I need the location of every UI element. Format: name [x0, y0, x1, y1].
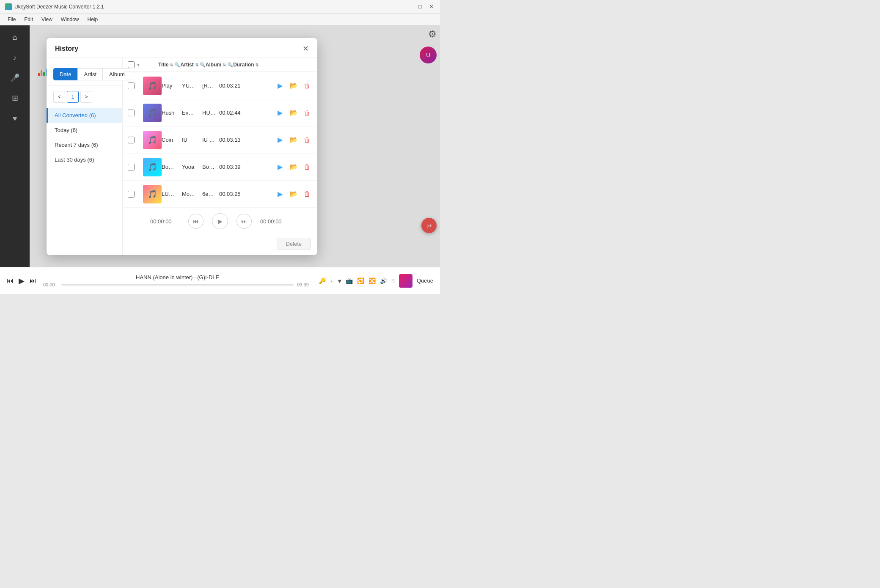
player-play-button[interactable]: ▶: [212, 213, 228, 229]
modal-close-button[interactable]: ✕: [302, 45, 309, 52]
title-search-icon[interactable]: 🔍: [174, 62, 180, 68]
add-to-library-button[interactable]: +: [330, 278, 333, 284]
sidebar-item-favorites[interactable]: ♥: [6, 110, 23, 127]
sidebar: ⌂ ♪ 🎤 ⊞ ♥: [0, 25, 30, 267]
nav-recent-7days[interactable]: Recent 7 days (6): [47, 137, 122, 152]
playback-controls: ⏮ ▶ ⏭: [7, 276, 36, 286]
row-1-folder-button[interactable]: 📂: [289, 81, 299, 91]
modal-title: History: [55, 45, 78, 52]
row-3-delete-button[interactable]: 🗑: [302, 135, 312, 145]
row-4-actions: ▶ 📂 🗑: [270, 162, 312, 172]
shuffle-button[interactable]: 🔀: [368, 278, 376, 284]
row-5-play-button[interactable]: ▶: [275, 189, 285, 199]
skip-next-bottom-button[interactable]: ⏭: [30, 277, 36, 285]
row-4-artist: Yooa: [179, 164, 199, 170]
nav-all-converted[interactable]: All Converted (6): [47, 108, 122, 123]
delete-selected-button[interactable]: Delete: [277, 238, 311, 250]
key-icon-button[interactable]: 🔑: [319, 278, 326, 284]
sidebar-item-grid[interactable]: ⊞: [6, 90, 23, 107]
row-2-checkbox[interactable]: [128, 110, 135, 116]
album-label: Album: [206, 62, 221, 68]
row-2-folder-button[interactable]: 📂: [289, 108, 299, 118]
title-sort-icon[interactable]: ⇅: [170, 63, 173, 67]
queue-button[interactable]: Queue: [417, 278, 433, 284]
row-3-folder-button[interactable]: 📂: [289, 135, 299, 145]
menu-help[interactable]: Help: [83, 16, 102, 23]
row-2-actions: ▶ 📂 🗑: [270, 108, 312, 118]
row-3-actions: ▶ 📂 🗑: [270, 135, 312, 145]
menu-view[interactable]: View: [37, 16, 57, 23]
row-1-checkbox[interactable]: [128, 82, 135, 89]
artist-sort-icon[interactable]: ⇅: [195, 63, 198, 67]
album-search-icon[interactable]: 🔍: [227, 62, 233, 68]
nav-last-30days[interactable]: Last 30 days (6): [47, 152, 122, 167]
sidebar-item-music[interactable]: ♪: [6, 49, 23, 66]
progress-bar[interactable]: [61, 284, 294, 286]
artist-search-icon[interactable]: 🔍: [200, 62, 206, 68]
window-title: UkeySoft Deezer Music Converter 1.2.1: [14, 4, 405, 10]
player-time-start: 00:00:00: [150, 218, 180, 225]
row-3-duration: 00:03:13: [219, 137, 270, 143]
app-background: ⚙ U ♪+: [30, 25, 440, 267]
row-5-actions: ▶ 📂 🗑: [270, 189, 312, 199]
window-controls: — □ ✕: [405, 3, 435, 11]
row-4-delete-button[interactable]: 🗑: [302, 162, 312, 172]
maximize-button[interactable]: □: [416, 3, 424, 11]
queue-label: Queue: [417, 278, 433, 284]
menu-window[interactable]: Window: [57, 16, 83, 23]
row-5-checkbox[interactable]: [128, 191, 135, 198]
menu-edit[interactable]: Edit: [20, 16, 37, 23]
row-1-duration: 00:03:21: [219, 82, 270, 89]
player-skip-next-button[interactable]: ⏭: [236, 214, 252, 229]
queue-avatar: [399, 274, 412, 288]
minimize-button[interactable]: —: [405, 3, 413, 11]
select-all-checkbox[interactable]: [128, 61, 135, 68]
menu-file[interactable]: File: [3, 16, 20, 23]
app-window: UkeySoft Deezer Music Converter 1.2.1 — …: [0, 0, 440, 294]
heart-bottom-button[interactable]: ♥: [338, 278, 341, 284]
filter-tab-artist[interactable]: Artist: [77, 68, 103, 80]
repeat-button[interactable]: 🔁: [357, 278, 364, 284]
row-4-play-button[interactable]: ▶: [275, 162, 285, 172]
row-4-checkbox[interactable]: [128, 164, 135, 170]
page-next-button[interactable]: >: [80, 91, 92, 103]
album-sort-icon[interactable]: ⇅: [223, 63, 226, 67]
row-5-delete-button[interactable]: 🗑: [302, 189, 312, 199]
now-playing-title: HANN (Alone in winter) · (G)I-DLE: [136, 274, 219, 280]
row-4-folder-button[interactable]: 📂: [289, 162, 299, 172]
row-3-album: IU 5th Album 'LI...: [199, 137, 219, 143]
progress-bar-wrap: 00:00 03:39: [43, 282, 312, 287]
table-header: ▼ Title ⇅ 🔍 Artist ⇅: [123, 58, 317, 72]
nav-today[interactable]: Today (6): [47, 123, 122, 137]
play-bottom-button[interactable]: ▶: [19, 276, 25, 286]
filter-tab-date[interactable]: Date: [53, 68, 77, 80]
cast-button[interactable]: 📺: [346, 278, 353, 284]
row-4-title: Bon vo...: [158, 164, 179, 170]
volume-button[interactable]: 🔊: [380, 278, 387, 284]
row-1-play-button[interactable]: ▶: [275, 81, 285, 91]
row-5-album: 6equence: [199, 191, 219, 197]
close-button[interactable]: ✕: [427, 3, 435, 11]
right-controls: 🔑 + ♥ 📺 🔁 🔀 🔊 ≡ Queue: [319, 274, 433, 288]
artist-col-header: Artist ⇅ 🔍: [180, 62, 205, 68]
row-1-actions: ▶ 📂 🗑: [270, 81, 312, 91]
page-current-button[interactable]: 1: [67, 91, 79, 103]
row-1-delete-button[interactable]: 🗑: [302, 81, 312, 91]
row-3-play-button[interactable]: ▶: [275, 135, 285, 145]
row-3-checkbox[interactable]: [128, 137, 135, 143]
table-body: 🎵 Play YUJU [REC.] 00:03:21 ▶ 📂: [123, 72, 317, 208]
sidebar-item-mic[interactable]: 🎤: [6, 69, 23, 86]
page-prev-button[interactable]: <: [53, 91, 65, 103]
row-5-folder-button[interactable]: 📂: [289, 189, 299, 199]
skip-prev-bottom-button[interactable]: ⏮: [7, 277, 14, 285]
row-2-delete-button[interactable]: 🗑: [302, 108, 312, 118]
eq-button[interactable]: ≡: [391, 278, 395, 284]
row-2-play-button[interactable]: ▶: [275, 108, 285, 118]
sidebar-item-home[interactable]: ⌂: [6, 29, 23, 46]
duration-sort-icon[interactable]: ⇅: [255, 63, 258, 67]
row-4-duration: 00:03:39: [219, 164, 270, 170]
main-area: ⌂ ♪ 🎤 ⊞ ♥ ⚙ U: [0, 25, 440, 267]
album-col-header: Album ⇅ 🔍: [206, 62, 233, 68]
title-col-header: Title ⇅ 🔍: [158, 62, 180, 68]
player-skip-prev-button[interactable]: ⏮: [188, 214, 204, 229]
